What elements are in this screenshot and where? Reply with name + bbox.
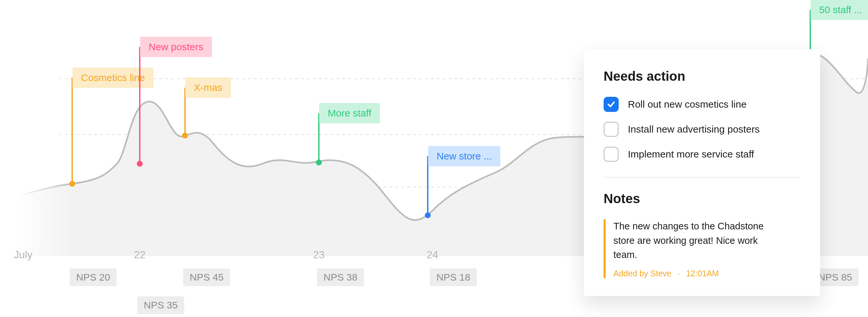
task-checkbox[interactable] xyxy=(603,97,619,112)
left-fade-overlay xyxy=(0,0,72,317)
axis-tick-24: 24 xyxy=(427,249,438,261)
marker-flag: Cosmetics line xyxy=(72,67,154,88)
nps-badge-posters: NPS 35 xyxy=(137,296,184,314)
marker-flag: More staff xyxy=(319,103,380,123)
card-divider xyxy=(603,177,800,177)
note-item: The new changes to the Chadstone store a… xyxy=(603,219,800,278)
action-notes-card: Needs action Roll out new cosmetics line… xyxy=(584,49,820,296)
task-row: Implement more service staff xyxy=(603,147,800,162)
task-row: Roll out new cosmetics line xyxy=(603,97,800,112)
note-time: 12:01AM xyxy=(686,269,719,278)
task-label: Implement more service staff xyxy=(628,149,754,160)
marker-dot xyxy=(425,212,431,218)
note-meta: Added by Steve · 12:01AM xyxy=(614,269,784,278)
axis-tick-23: 23 xyxy=(313,249,325,261)
marker-flag: X-mas xyxy=(185,78,231,98)
dashboard-canvas: July 22 23 24 Cosmetics line NPS 20 New … xyxy=(0,0,868,317)
marker-dot xyxy=(316,160,322,165)
marker-flag: 50 staff ... xyxy=(811,0,868,20)
nps-badge-cosmetics: NPS 20 xyxy=(69,268,117,286)
nps-badge-store: NPS 18 xyxy=(430,268,477,286)
marker-dot xyxy=(137,161,143,167)
marker-dot xyxy=(182,133,188,139)
dot-separator-icon: · xyxy=(677,269,680,278)
task-checkbox[interactable] xyxy=(603,147,619,162)
task-label: Install new advertising posters xyxy=(628,124,760,135)
notes-heading: Notes xyxy=(603,191,800,206)
task-row: Install new advertising posters xyxy=(603,122,800,137)
axis-month-label: July xyxy=(14,249,32,261)
nps-badge-xmas: NPS 45 xyxy=(183,268,230,286)
task-checkbox[interactable] xyxy=(603,122,619,137)
marker-dot xyxy=(69,181,75,187)
marker-flag: New store ... xyxy=(428,146,500,166)
note-body: The new changes to the Chadstone store a… xyxy=(614,219,784,262)
note-author: Added by Steve xyxy=(614,269,672,278)
nps-badge-staff: NPS 38 xyxy=(317,268,364,286)
task-label: Roll out new cosmetics line xyxy=(628,99,747,110)
needs-action-heading: Needs action xyxy=(603,69,800,84)
axis-tick-22: 22 xyxy=(134,249,146,261)
check-icon xyxy=(607,100,615,109)
note-accent-bar xyxy=(603,219,606,278)
marker-flag: New posters xyxy=(140,37,212,57)
